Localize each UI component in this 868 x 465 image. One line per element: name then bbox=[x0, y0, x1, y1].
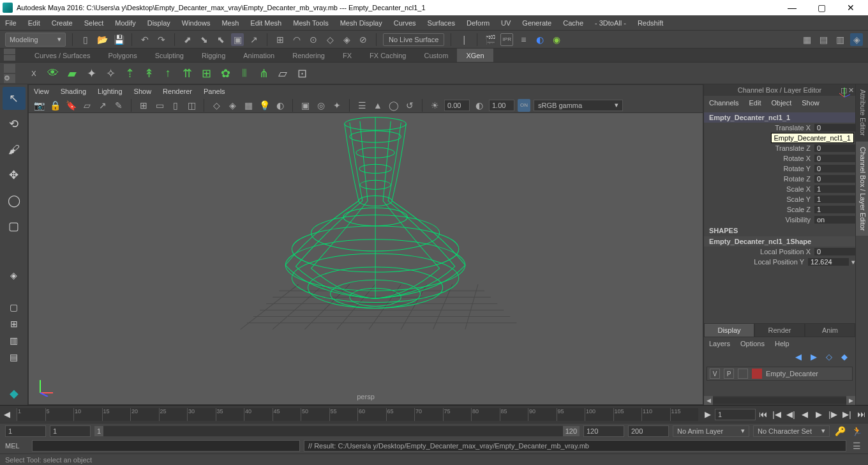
shelf-tab-custom[interactable]: Custom bbox=[415, 49, 458, 62]
menu-3dtoall[interactable]: - 3DtoAll - bbox=[595, 19, 626, 27]
menu-file[interactable]: File bbox=[5, 19, 17, 27]
menu-redshift[interactable]: Redshift bbox=[638, 19, 663, 27]
window-close-button[interactable]: ✕ bbox=[836, 0, 865, 15]
script-editor-icon[interactable]: ☰ bbox=[850, 439, 863, 452]
anim-prefs-icon[interactable]: 🏃 bbox=[850, 425, 863, 438]
object-menu[interactable]: Object bbox=[771, 99, 791, 107]
paint-select-tool[interactable]: 🖌 bbox=[3, 138, 26, 161]
rotate-tool[interactable]: ◯ bbox=[3, 189, 26, 212]
menu-edit[interactable]: Edit bbox=[28, 19, 40, 27]
menu-mesh-display[interactable]: Mesh Display bbox=[340, 19, 382, 27]
xgen-primitive-icon-8[interactable]: ⋔ bbox=[254, 64, 273, 83]
anim-layer-select[interactable]: No Anim Layer▾ bbox=[673, 425, 749, 437]
help-menu[interactable]: Help bbox=[775, 340, 789, 347]
menu-mesh[interactable]: Mesh bbox=[221, 19, 239, 27]
menu-select[interactable]: Select bbox=[84, 19, 104, 27]
layer-item[interactable]: V P Empty_Decanter bbox=[707, 367, 853, 381]
xgen-primitive-icon-6[interactable]: ✿ bbox=[216, 64, 235, 83]
ipr-render-icon[interactable]: IPR bbox=[500, 33, 513, 46]
layers-menu[interactable]: Layers bbox=[709, 340, 730, 347]
snap-curve-icon[interactable]: ◠ bbox=[290, 33, 303, 46]
select-tool[interactable]: ↖ bbox=[3, 87, 26, 110]
options-menu[interactable]: Options bbox=[740, 340, 765, 347]
time-arrow-right-icon[interactable]: ▶ bbox=[701, 408, 715, 422]
xgen-primitive-icon-4[interactable]: ⇈ bbox=[177, 64, 197, 83]
xgen-primitive-icon-5[interactable]: ⊞ bbox=[197, 64, 216, 83]
expand-icon[interactable]: ▾ bbox=[851, 258, 855, 266]
shelf-tab-fx[interactable]: FX bbox=[334, 49, 361, 62]
snap-plane-icon[interactable]: ◇ bbox=[324, 33, 336, 46]
menu-surfaces[interactable]: Surfaces bbox=[428, 19, 455, 27]
ch-value[interactable]: 0 bbox=[814, 175, 855, 183]
layer-tab-display[interactable]: Display bbox=[704, 323, 754, 337]
panel-layout-icon-4[interactable]: ◈ bbox=[850, 33, 863, 46]
vp-menu-renderer[interactable]: Renderer bbox=[163, 88, 192, 95]
step-forward-key-icon[interactable]: ▶| bbox=[840, 408, 854, 422]
vp-grease-icon[interactable]: ✎ bbox=[112, 99, 125, 112]
history-toggle-icon[interactable]: | bbox=[458, 33, 470, 46]
menu-modify[interactable]: Modify bbox=[115, 19, 135, 27]
time-arrow-left-icon[interactable]: ◀ bbox=[0, 408, 14, 422]
vp-menu-shading[interactable]: Shading bbox=[61, 88, 86, 95]
vp-isolate-icon[interactable]: ▣ bbox=[299, 99, 311, 112]
vp-exposure-value[interactable]: 0.00 bbox=[444, 100, 470, 111]
playback-end-field[interactable]: 120 bbox=[583, 425, 624, 437]
panel-layout-icon-2[interactable]: ▤ bbox=[817, 33, 830, 46]
hypershade-icon[interactable]: ◐ bbox=[534, 33, 546, 46]
window-minimize-button[interactable]: — bbox=[777, 0, 807, 15]
vp-gamma-value[interactable]: 1.00 bbox=[489, 100, 514, 111]
layer-tab-anim[interactable]: Anim bbox=[805, 323, 855, 337]
layout-four-icon[interactable]: ⊞ bbox=[3, 317, 26, 331]
ch-value[interactable]: 12.624 bbox=[808, 258, 849, 266]
vp-color-mgmt-select[interactable]: sRGB gamma▾ bbox=[534, 100, 623, 111]
select-component-icon[interactable]: ⬉ bbox=[214, 33, 227, 46]
range-slider[interactable]: 1 120 bbox=[94, 426, 580, 436]
play-forward-icon[interactable]: ▶ bbox=[812, 408, 826, 422]
ch-value[interactable]: 0 bbox=[814, 124, 855, 132]
layer-tab-render[interactable]: Render bbox=[754, 323, 805, 337]
anim-start-field[interactable]: 1 bbox=[5, 425, 46, 437]
layer-visibility-toggle[interactable]: V bbox=[710, 369, 720, 379]
scroll-right-icon[interactable]: ▶ bbox=[846, 396, 855, 405]
shelf-tab-rendering[interactable]: Rendering bbox=[283, 49, 334, 62]
go-to-start-icon[interactable]: ⏮ bbox=[756, 408, 770, 422]
ch-value[interactable]: 0 bbox=[814, 248, 855, 255]
file-new-icon[interactable]: ▯ bbox=[79, 33, 92, 46]
window-maximize-button[interactable]: ▢ bbox=[807, 0, 836, 15]
vp-hud-icon[interactable]: ☰ bbox=[355, 99, 368, 112]
render-current-icon[interactable]: 🎬 bbox=[484, 33, 497, 46]
shelf-tab-xgen[interactable]: XGen bbox=[457, 49, 493, 62]
edit-menu[interactable]: Edit bbox=[749, 99, 761, 107]
move-tool[interactable]: ✥ bbox=[3, 164, 26, 187]
shelf-gear-icon[interactable]: ⚙ bbox=[4, 74, 15, 83]
xgen-create-icon[interactable]: ▰ bbox=[63, 64, 82, 83]
vp-lights-icon[interactable]: 💡 bbox=[258, 99, 271, 112]
layer-move-up-icon[interactable]: ◀ bbox=[795, 352, 805, 362]
select-object-icon[interactable]: ⬊ bbox=[198, 33, 211, 46]
vp-menu-show[interactable]: Show bbox=[134, 88, 152, 95]
shelf-toggle-icon[interactable] bbox=[4, 49, 15, 54]
manipulator-icon[interactable] bbox=[837, 86, 851, 100]
ch-value[interactable]: 0 bbox=[814, 144, 855, 152]
channels-menu[interactable]: Channels bbox=[709, 99, 738, 107]
layer-color-swatch[interactable] bbox=[752, 369, 762, 379]
vp-wireframe-icon[interactable]: ◇ bbox=[210, 99, 223, 112]
menu-mesh-tools[interactable]: Mesh Tools bbox=[293, 19, 328, 27]
menu-cache[interactable]: Cache bbox=[563, 19, 583, 27]
menu-edit-mesh[interactable]: Edit Mesh bbox=[250, 19, 281, 27]
scale-tool[interactable]: ▢ bbox=[3, 215, 26, 238]
vp-image-plane-icon[interactable]: ▱ bbox=[80, 99, 93, 112]
xgen-primitive-icon-2[interactable]: ↟ bbox=[139, 64, 158, 83]
last-tool[interactable]: ◈ bbox=[3, 268, 26, 282]
range-start-handle[interactable]: 1 bbox=[94, 426, 103, 436]
vp-select-camera-icon[interactable]: 📷 bbox=[33, 99, 45, 112]
xgen-description-icon[interactable]: 👁 bbox=[43, 64, 63, 83]
shelf-tab-fx-caching[interactable]: FX Caching bbox=[361, 49, 415, 62]
xgen-guide-icon-1[interactable]: ✦ bbox=[82, 64, 101, 83]
anim-end-field[interactable]: 200 bbox=[628, 425, 669, 437]
layout-single-icon[interactable]: ▢ bbox=[3, 300, 26, 314]
workspace-mode-select[interactable]: Modeling▾ bbox=[5, 33, 66, 47]
cmd-language-label[interactable]: MEL bbox=[5, 442, 28, 450]
vp-menu-view[interactable]: View bbox=[34, 88, 49, 95]
menu-deform[interactable]: Deform bbox=[467, 19, 490, 27]
